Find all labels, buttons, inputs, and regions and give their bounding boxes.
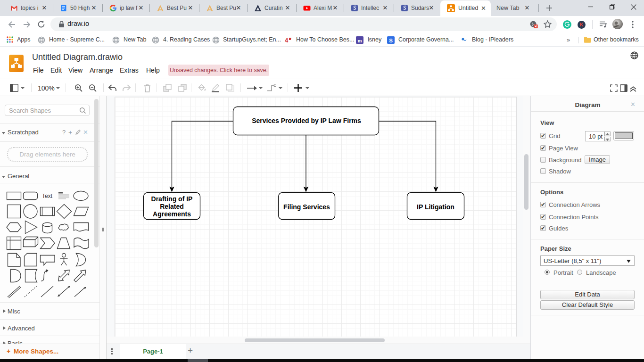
svg-text:Drafting of IP: Drafting of IP <box>151 195 193 203</box>
svg-text:m: m <box>357 38 362 43</box>
svg-text:Text: Text <box>42 193 53 199</box>
svg-text:Filing Services: Filing Services <box>283 203 330 211</box>
svg-text:IP Litigation: IP Litigation <box>417 203 454 211</box>
svg-text:Services Provided by IP Law Fi: Services Provided by IP Law Firms <box>252 117 361 124</box>
svg-text:Related: Related <box>160 203 184 210</box>
svg-text:4: 4 <box>285 37 289 44</box>
svg-text:K: K <box>580 22 584 27</box>
svg-text:S: S <box>389 38 393 43</box>
svg-text:Agreements: Agreements <box>153 210 191 218</box>
